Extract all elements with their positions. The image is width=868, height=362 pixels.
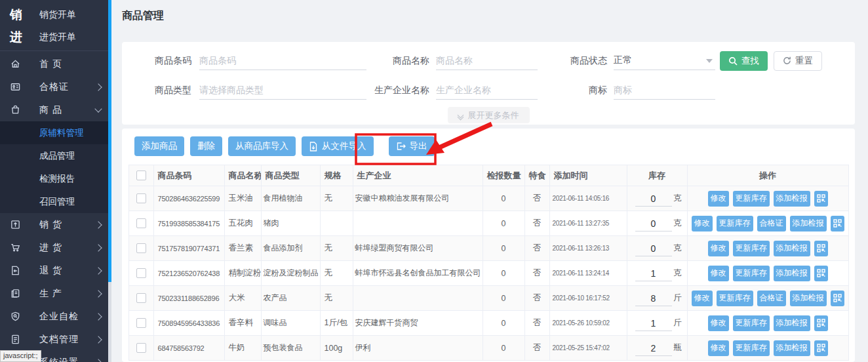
row-checkbox[interactable] [136,293,146,303]
row-checkbox[interactable] [136,343,146,353]
export-button-label: 导出 [410,140,427,152]
qrcode-button[interactable] [814,266,828,281]
caret-down-icon [706,59,713,63]
row-checkbox[interactable] [136,268,146,278]
header-name: 商品名称 [224,165,261,186]
sidebar-item-sales-order[interactable]: 销 销货开单 [0,4,111,26]
sidebar-item-documents[interactable]: 文档管理 [0,328,111,351]
stock-input[interactable]: 0 [635,241,672,256]
row-checkbox[interactable] [136,243,146,253]
search-icon [728,56,738,66]
update-stock-button[interactable]: 更新库存 [717,291,753,306]
bag-icon [10,104,30,115]
submenu-item-recall[interactable]: 召回管理 [0,190,111,213]
product-type-select[interactable] [199,81,366,100]
sidebar-item-certificate[interactable]: 合格证 [0,75,111,98]
product-table: 商品条码 商品名称 商品类型 规格 生产企业 检报数量 特食 添加时间 库存 操… [128,165,849,361]
qrcode-button[interactable] [831,291,844,306]
import-from-library-button[interactable]: 从商品库导入 [228,136,296,156]
cell-producer: 蚌埠绿盟商贸有限公司 [353,236,483,261]
stock-input[interactable]: 1 [635,315,672,331]
sidebar-item-home[interactable]: 首 页 [0,52,111,75]
add-product-button[interactable]: 添加商品 [134,136,184,156]
producer-filter-input[interactable] [436,81,538,100]
submenu-item-raw-materials[interactable]: 原辅料管理 [0,121,111,144]
sidebar-item-purchase-order[interactable]: 进 进货开单 [0,26,111,49]
cell-report-count: 0 [483,311,524,336]
update-stock-button[interactable]: 更新库存 [733,266,770,281]
edit-button[interactable]: 修改 [708,241,729,256]
brand-filter-input[interactable] [614,81,715,100]
sidebar-item-purchase[interactable]: 进 货 [0,236,111,259]
stock-input[interactable]: 2 [635,340,672,356]
row-checkbox[interactable] [136,193,146,203]
stock-unit: 克 [673,193,682,204]
name-filter-label: 商品名称 [370,55,429,67]
delete-button[interactable]: 删除 [190,136,222,156]
update-stock-button[interactable]: 更新库存 [733,191,770,207]
qrcode-button[interactable] [814,241,828,256]
update-stock-button[interactable]: 更新库存 [733,241,770,256]
qrcode-icon [817,194,825,203]
sidebar-item-product[interactable]: 商 品 [0,98,111,121]
name-filter-input[interactable] [436,52,538,70]
edit-button[interactable]: 修改 [708,191,729,207]
row-checkbox[interactable] [136,218,146,228]
producer-filter-label: 生产企业名称 [370,85,429,96]
expand-more-conditions-button[interactable]: 展开更多条件 [448,107,530,123]
certificate-button[interactable]: 合格证 [757,216,786,231]
add-report-button[interactable]: 添加检报 [774,191,810,207]
edit-button[interactable]: 修改 [692,216,713,231]
stock-input[interactable]: 0 [635,216,672,231]
cell-name: 精制淀粉 [224,261,261,286]
qrcode-button[interactable] [814,340,828,356]
status-select[interactable]: 正常 [614,52,715,70]
add-report-button[interactable]: 添加检报 [774,315,810,331]
update-stock-button[interactable]: 更新库存 [733,340,770,356]
header-producer: 生产企业 [353,165,483,186]
update-stock-button[interactable]: 更新库存 [717,216,753,231]
sidebar-item-returns[interactable]: 退 货 [0,259,111,282]
sidebar-item-label: 企业自检 [30,311,96,323]
edit-button[interactable]: 修改 [708,340,729,356]
row-checkbox[interactable] [136,318,146,328]
add-report-button[interactable]: 添加检报 [774,266,810,281]
cell-barcode: 684758563792 [153,336,224,361]
add-report-button[interactable]: 添加检报 [790,216,827,231]
reset-button[interactable]: 重置 [774,51,822,71]
import-from-file-button[interactable]: 从文件导入 [302,136,374,156]
sidebar-item-self-inspection[interactable]: 企业自检 [0,305,111,328]
sidebar-scrollbar-thumb[interactable] [108,0,111,282]
cell-added-time: 2021-06-11 13:27:35 [549,211,627,236]
edit-button[interactable]: 修改 [708,266,729,281]
submenu-item-test-reports[interactable]: 检测报告 [0,167,111,190]
qrcode-icon [833,219,842,228]
cell-special: 否 [524,261,549,286]
add-report-button[interactable]: 添加检报 [774,340,810,356]
double-chevron-down-icon [458,111,463,119]
stock-input[interactable]: 0 [635,191,672,207]
sidebar-item-production[interactable]: 生 产 [0,282,111,305]
cell-barcode: 7502864636225599 [153,186,224,211]
add-report-button[interactable]: 添加检报 [774,241,810,256]
barcode-filter-input[interactable] [199,52,366,70]
stock-input[interactable]: 8 [635,291,672,306]
certificate-button[interactable]: 合格证 [757,291,786,306]
select-all-checkbox[interactable] [136,171,146,180]
cell-producer: 蚌埠市怀远县名创食品加工有限公司 [353,261,483,286]
sidebar-item-sales[interactable]: 销 货 [0,213,111,236]
qrcode-button[interactable] [814,315,828,331]
cell-name: 五花肉 [224,211,261,236]
submenu-item-finished-products[interactable]: 成品管理 [0,144,111,167]
qrcode-button[interactable] [831,216,844,231]
qrcode-button[interactable] [814,191,828,207]
add-report-button[interactable]: 添加检报 [790,291,827,306]
search-button[interactable]: 查找 [720,51,768,71]
edit-button[interactable]: 修改 [708,315,729,331]
product-table-panel: 添加商品 删除 从商品库导入 从文件导入 导出 商品条码 商品名称 商 [122,129,855,362]
stock-input[interactable]: 1 [635,266,672,281]
edit-button[interactable]: 修改 [692,291,713,306]
export-button[interactable]: 导出 [389,136,435,156]
update-stock-button[interactable]: 更新库存 [733,315,770,331]
header-stock: 库存 [627,165,687,186]
